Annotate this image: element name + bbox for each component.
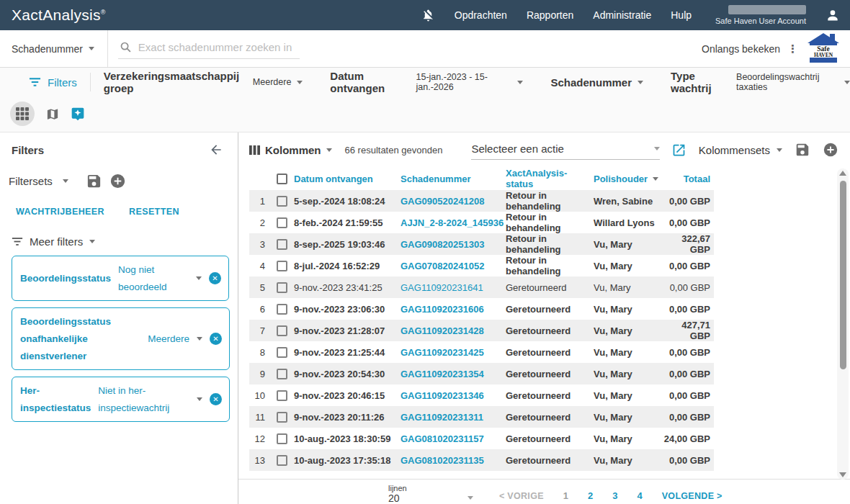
table-row: 99-nov.-2023 20:54:30GAG110920231354Gere… [249, 363, 714, 384]
row-checkbox[interactable] [277, 217, 287, 228]
row-checkbox[interactable] [277, 369, 287, 379]
save-filterset-icon[interactable] [86, 173, 102, 189]
columns-icon [249, 145, 260, 156]
cell-total: 0,00 GBP [663, 304, 714, 315]
cell-claim-number-link[interactable]: GAG090820251303 [401, 239, 506, 250]
open-in-new-icon[interactable] [671, 143, 686, 158]
cell-claim-number-link[interactable]: GAG081020231157 [401, 433, 506, 444]
col-header-date[interactable]: Datum ontvangen [294, 174, 401, 184]
nav-item-administratie[interactable]: Administratie [593, 9, 651, 21]
cell-claim-number-link[interactable]: GAG110920231346 [401, 390, 506, 401]
remove-chip-icon[interactable]: ✕ [209, 272, 221, 284]
select-all-checkbox[interactable] [277, 174, 287, 184]
person-icon[interactable] [826, 8, 840, 22]
row-checkbox[interactable] [277, 239, 287, 250]
cell-claim-number-link[interactable]: GAG110920231354 [401, 369, 506, 379]
queue-badge-icon[interactable] [71, 107, 85, 121]
search-icon [120, 41, 132, 53]
reset-button[interactable]: RESETTEN [129, 207, 179, 217]
filtersets-label[interactable]: Filtersets [9, 175, 53, 187]
row-number: 2 [249, 217, 268, 228]
user-account[interactable]: Safe Haven User Account [715, 5, 806, 25]
cell-claim-number-link[interactable]: GAG081020231135 [401, 455, 506, 466]
row-checkbox[interactable] [277, 390, 287, 401]
add-filterset-icon[interactable] [109, 173, 126, 189]
page-button-3[interactable]: 3 [612, 490, 617, 501]
vertical-scrollbar[interactable] [837, 168, 849, 480]
cell-claim-number-link[interactable]: GAG110920231606 [401, 304, 506, 315]
notifications-off-icon[interactable] [421, 9, 435, 22]
cell-claim-number-link[interactable]: GAG090520241208 [401, 196, 506, 207]
action-select[interactable]: Selecteer een actie [471, 140, 660, 160]
cell-claim-number-link[interactable]: GAG110920231425 [401, 347, 506, 358]
chevron-down-icon[interactable] [196, 276, 202, 280]
next-page-button[interactable]: VOLGENDE > [662, 491, 722, 501]
row-checkbox[interactable] [277, 304, 287, 315]
page-button-2[interactable]: 2 [588, 490, 593, 501]
kebab-menu-icon[interactable]: ⋮ [787, 42, 798, 55]
recently-viewed-label[interactable]: Onlangs bekeken [702, 43, 780, 55]
cell-status: Geretourneerd [506, 304, 594, 315]
grid-view-button[interactable] [10, 102, 35, 126]
filter-lines-icon [29, 77, 41, 87]
filter-bar-item-0[interactable]: Verzekeringsmaatschappij groepMeerdere [104, 70, 303, 94]
cell-date-received: 9-nov.-2023 23:06:30 [294, 304, 401, 315]
row-checkbox[interactable] [277, 282, 287, 293]
columns-button[interactable]: Kolommen [249, 144, 332, 156]
nav-item-hulp[interactable]: Hulp [671, 9, 692, 21]
filter-bar-item-3[interactable]: Type wachtrijBeoordelingswachtrij taxati… [671, 70, 850, 94]
chevron-down-icon [468, 496, 473, 500]
queue-management-button[interactable]: WACHTRIJBEHEER [16, 207, 104, 217]
cell-claim-number-link[interactable]: GAG070820241052 [401, 261, 506, 271]
row-checkbox[interactable] [277, 433, 287, 444]
row-checkbox[interactable] [277, 455, 287, 466]
collapse-sidebar-icon[interactable] [209, 143, 223, 157]
nav-item-opdrachten[interactable]: Opdrachten [455, 9, 507, 21]
row-checkbox[interactable] [277, 261, 287, 271]
filters-toggle[interactable]: Filters [29, 76, 77, 89]
scroll-down-arrow[interactable] [839, 472, 846, 477]
save-columnset-icon[interactable] [795, 142, 810, 158]
cell-status: Geretourneerd [506, 369, 594, 379]
chip-value: Meerdere [148, 330, 189, 348]
row-checkbox[interactable] [277, 196, 287, 207]
search-category-dropdown[interactable]: Schadenummer [0, 30, 107, 67]
more-filters-toggle[interactable]: Meer filters [12, 235, 229, 248]
page-button-4[interactable]: 4 [638, 490, 643, 501]
col-header-claim[interactable]: Schadenummer [401, 174, 506, 184]
map-view-icon[interactable] [45, 107, 60, 121]
chevron-down-icon[interactable] [63, 179, 68, 183]
grid-icon [16, 107, 29, 120]
cell-claim-number-link[interactable]: AJJN_2-8-2024_145936 [401, 217, 506, 228]
lines-per-page-select[interactable]: lijnen 20 [388, 484, 476, 504]
cell-claim-number-link[interactable]: GAG110920231311 [401, 412, 506, 423]
cell-claim-number-link[interactable]: GAG110920231428 [401, 325, 506, 336]
scrollbar-thumb[interactable] [840, 181, 846, 369]
filter-label: Type wachtrij [671, 70, 730, 94]
filters-sidebar: Filters Filtersets WACHTRIJBEHEER RESETT… [0, 132, 238, 504]
col-header-total[interactable]: Totaal [663, 174, 714, 184]
columnsets-dropdown[interactable]: Kolommensets [699, 144, 782, 156]
filter-bar-item-1[interactable]: Datum ontvangen15-jan.-2023 - 15-jan.-20… [330, 70, 523, 94]
search-input[interactable] [138, 41, 293, 53]
filter-bar-item-2[interactable]: Schadenummer [550, 76, 643, 89]
row-checkbox[interactable] [277, 347, 287, 358]
chevron-down-icon[interactable] [197, 397, 202, 401]
cell-claim-number-link[interactable]: GAG110920231641 [401, 282, 506, 293]
top-navbar: XactAnalysis® Opdrachten Rapporten Admin… [0, 0, 850, 30]
search-category-label: Schadenummer [12, 43, 83, 55]
chevron-down-icon [777, 148, 782, 152]
remove-chip-icon[interactable]: ✕ [210, 333, 222, 345]
col-header-holder[interactable]: Polishouder [594, 174, 663, 184]
nav-item-rapporten[interactable]: Rapporten [527, 9, 573, 21]
add-columnset-icon[interactable] [823, 142, 838, 158]
scroll-up-arrow[interactable] [839, 171, 846, 176]
table-row: 15-sep.-2024 18:08:24GAG090520241208Reto… [249, 190, 714, 212]
chevron-down-icon [638, 81, 643, 84]
col-header-status[interactable]: XactAnalysis-status [506, 168, 594, 189]
row-checkbox[interactable] [277, 412, 287, 423]
chevron-down-icon[interactable] [197, 337, 202, 341]
remove-chip-icon[interactable]: ✕ [210, 393, 222, 405]
row-checkbox[interactable] [277, 325, 287, 336]
divider [90, 73, 91, 91]
